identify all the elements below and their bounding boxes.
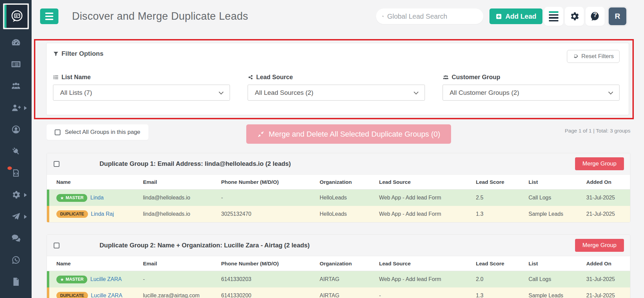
settings-gear-icon [11,190,21,200]
lead-organization: AIRTAG [320,293,379,298]
chevron-down-icon [608,89,613,94]
funnel-icon [53,51,59,57]
customer-group-select[interactable]: All Customer Groups (2) [443,85,620,101]
table-header-row: NameEmailPhone Number (M/D/O)Organizatio… [47,175,630,190]
select-all-checkbox[interactable] [55,129,60,135]
lead-source: - [379,293,476,298]
list-name-label: List Name [53,74,230,81]
sidebar-item-chat[interactable] [0,232,32,245]
helloleads-logo-icon [4,5,28,28]
sidebar-item-settings[interactable] [0,188,32,201]
sidebar-item-lead-lists[interactable] [0,58,32,71]
app-window: Discover and Merge Duplicate Leads Add L… [0,0,644,298]
lead-list: Sample Leads [529,211,586,217]
lead-added-on: 31-Jul-2025 [586,276,630,282]
sidebar-item-web-forms[interactable] [0,166,32,179]
lead-name-link[interactable]: Lucille ZARA [91,293,122,298]
page-title: Discover and Merge Duplicate Leads [72,10,248,22]
group-2-merge-button[interactable]: Merge Group [575,239,624,252]
filter-options-title: Filter Options [53,50,104,57]
list-name-field: List Name All Lists (7) [53,74,230,101]
lead-source: Web App - Add lead Form [379,276,476,282]
lead-name-link[interactable]: Linda Raj [91,211,114,217]
group-2-header: Duplicate Group 2: Name + Organization: … [47,235,630,256]
master-badge: ★MASTER [56,276,87,283]
sidebar-item-account[interactable] [0,123,32,136]
sidebar-item-dashboard[interactable] [0,36,32,49]
lead-email: - [143,276,221,282]
group-1-merge-button[interactable]: Merge Group [575,157,624,170]
submenu-caret-icon [24,106,27,110]
lead-email: lucille.zara@airtag.com [143,293,221,298]
sidebar-item-add-lead[interactable] [0,101,32,114]
bulk-actions-row: Select All Groups in this page Merge and… [47,124,630,144]
customer-group-label: Customer Group [443,74,620,81]
customer-groups-icon [11,81,21,91]
paper-plane-icon [11,211,21,222]
refresh-icon [573,53,579,59]
add-lead-label: Add Lead [505,13,536,20]
lead-score: 2.0 [476,276,529,282]
group-1-header: Duplicate Group 1: Email Address: linda@… [47,153,630,175]
help-button[interactable]: ? [586,7,605,26]
document-icon [11,277,21,287]
quick-list-button[interactable] [544,7,563,26]
group-1-checkbox[interactable] [54,161,59,167]
user-avatar[interactable]: R [609,7,626,25]
lead-score: 2.5 [476,195,529,201]
lead-lists-icon [11,59,21,69]
gear-icon [569,11,580,22]
lead-source-label: Lead Source [248,74,425,81]
dashboard-icon [11,37,21,48]
duplicate-group-card-1: Duplicate Group 1: Email Address: linda@… [47,153,630,223]
duplicate-badge: DUPLICATE [56,292,88,298]
lead-email: linda@helloleads.io [143,211,221,217]
lead-added-on: 21-Jul-2025 [586,211,630,217]
search-input[interactable] [387,13,477,20]
submenu-caret-icon [24,215,27,219]
chat-bubbles-icon [11,233,21,243]
question-mark: ? [593,11,597,19]
add-lead-button[interactable]: Add Lead [489,8,542,24]
lead-source: Web App - Add lead Form [379,195,476,201]
lead-organization: HelloLeads [320,195,379,201]
list-name-select[interactable]: All Lists (7) [53,85,230,101]
web-form-code-icon [11,168,21,178]
select-all-label: Select All Groups in this page [65,129,140,136]
sidebar-item-integrations[interactable] [0,145,32,158]
app-logo[interactable] [3,3,29,29]
table-row: ★MASTER Linda linda@helloleads.io - Hell… [47,190,630,206]
lead-name-link[interactable]: Lucille ZARA [90,276,122,282]
merge-all-selected-button[interactable]: Merge and Delete All Selected Duplicate … [246,124,451,144]
pagination-summary: Page 1 of 1 | Total: 3 groups [565,124,630,134]
lead-source-select[interactable]: All Lead Sources (2) [248,85,425,101]
sidebar-item-documents[interactable] [0,275,32,288]
share-icon [248,74,253,80]
star-icon: ★ [60,277,64,282]
reset-filters-button[interactable]: Reset Filters [567,50,620,63]
sidebar-nav [0,29,32,288]
lead-phone: - [221,195,320,201]
customer-group-field: Customer Group All Customer Groups (2) [443,74,620,101]
sidebar-toggle-button[interactable] [40,8,58,24]
select-all-box: Select All Groups in this page [47,124,148,140]
chevron-down-icon [219,89,223,94]
search-icon [382,13,384,20]
lead-added-on: 21-Jul-2025 [586,293,630,298]
table-header-row: NameEmailPhone Number (M/D/O)Organizatio… [47,256,630,271]
whatsapp-icon [11,255,21,265]
chevron-down-icon [414,89,418,94]
sidebar [0,0,32,298]
settings-button[interactable] [565,7,584,26]
lead-email: linda@helloleads.io [143,195,221,201]
filter-annotation-highlight: Filter Options Reset Filters List Name [34,39,634,119]
sidebar-item-whatsapp[interactable] [0,253,32,266]
group-1-title: Duplicate Group 1: Email Address: linda@… [100,160,291,168]
lead-source-field: Lead Source All Lead Sources (2) [248,74,425,101]
lead-list: Call Logs [529,195,586,201]
group-2-checkbox[interactable] [54,243,59,248]
lead-name-link[interactable]: Linda [90,195,104,201]
sidebar-item-customer-groups[interactable] [0,80,32,92]
list-menu-icon [549,11,558,21]
sidebar-item-campaigns[interactable] [0,210,32,223]
